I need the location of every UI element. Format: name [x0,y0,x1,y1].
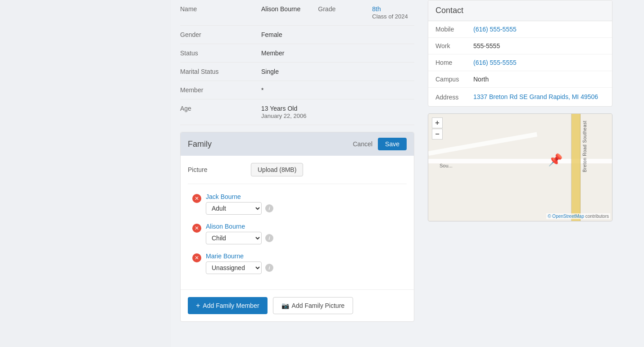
age-value: 13 Years Old January 22, 2006 [261,99,414,125]
contact-table: Mobile (616) 555-5555 Work 555-5555 Home… [428,21,612,106]
family-member-1: ✕ Alison Bourne Adult Child Unassigned i [188,223,407,244]
contact-card-header: Contact [428,0,612,21]
member-row: Member * [180,81,414,99]
member-info-2: Marie Bourne Adult Child Unassigned i [206,252,407,274]
member-role-row-2: Adult Child Unassigned i [206,261,407,274]
age-label: Age [180,99,261,125]
work-value: 555-5555 [473,38,612,54]
map-side-label: Sou... [440,163,453,168]
add-member-label: Add Family Member [203,302,259,309]
picture-label: Picture [188,166,251,173]
home-value: (616) 555-5555 [473,54,612,71]
upload-button[interactable]: Upload (8MB) [251,163,303,176]
contact-title: Contact [435,6,605,15]
family-member-2: ✕ Marie Bourne Adult Child Unassigned i [188,252,407,274]
family-title: Family [188,140,212,149]
picture-row: Picture Upload (8MB) [188,163,407,184]
member-name-1[interactable]: Alison Bourne [206,223,407,230]
add-family-member-button[interactable]: + Add Family Member [188,297,268,314]
mobile-link[interactable]: (616) 555-5555 [473,26,517,33]
member-help-icon-2[interactable]: i [265,264,273,272]
home-label: Home [428,54,473,71]
family-body: Picture Upload (8MB) ✕ Jack Bourne Adult… [181,156,414,289]
mobile-row: Mobile (616) 555-5555 [428,21,612,38]
zoom-out-button[interactable]: − [432,129,443,140]
add-picture-label: Add Family Picture [292,302,345,309]
camera-icon: 📷 [281,302,289,309]
campus-value: North [473,71,612,88]
age-text: 13 Years Old [261,105,414,112]
plus-icon: + [196,302,200,310]
work-label: Work [428,38,473,54]
cancel-button[interactable]: Cancel [353,140,372,148]
age-row: Age 13 Years Old January 22, 2006 [180,99,414,125]
remove-member-2[interactable]: ✕ [192,253,201,262]
mobile-value: (616) 555-5555 [473,21,612,38]
map-pin: 📌 [548,154,562,166]
name-value: Alison Bourne [261,0,318,26]
status-label: Status [180,44,261,63]
work-row: Work 555-5555 [428,38,612,54]
status-row: Status Member [180,44,414,63]
map-controls: + − [432,117,443,140]
grade-number: 8th [372,5,414,13]
right-panel: Contact Mobile (616) 555-5555 Work 555-5… [423,0,621,347]
marital-value: Single [261,63,414,81]
member-info-1: Alison Bourne Adult Child Unassigned i [206,223,407,244]
grade-value: 8th Class of 2024 [372,0,414,26]
address-link[interactable]: 1337 Breton Rd SE Grand Rapids, MI 49506 [473,92,605,102]
member-role-row-0: Adult Child Unassigned i [206,202,407,215]
marital-label: Marital Status [180,63,261,81]
name-grade-row: Name Alison Bourne Grade 8th Class of 20… [180,0,414,26]
campus-row: Campus North [428,71,612,88]
zoom-in-button[interactable]: + [432,117,443,128]
member-name-0[interactable]: Jack Bourne [206,193,407,200]
add-family-picture-button[interactable]: 📷 Add Family Picture [273,297,353,314]
person-info-table: Name Alison Bourne Grade 8th Class of 20… [180,0,414,125]
grade-class-text: Class of 2024 [372,13,408,20]
save-button[interactable]: Save [378,138,407,150]
member-role-row-1: Adult Child Unassigned i [206,232,407,244]
member-value: * [261,81,414,99]
name-label: Name [180,0,261,26]
contact-card: Contact Mobile (616) 555-5555 Work 555-5… [428,0,612,107]
remove-member-0[interactable]: ✕ [192,194,201,203]
member-label: Member [180,81,261,99]
member-info-0: Jack Bourne Adult Child Unassigned i [206,193,407,215]
address-value: 1337 Breton Rd SE Grand Rapids, MI 49506 [473,88,612,107]
family-header-actions: Cancel Save [353,138,407,150]
member-role-select-2[interactable]: Adult Child Unassigned [206,261,262,274]
map-road-label: Breton Road Southeast [582,121,587,172]
grade-label: Grade [318,0,372,26]
member-name-2[interactable]: Marie Bourne [206,252,407,260]
gender-row: Gender Female [180,26,414,44]
map-background: 📌 Breton Road Southeast Sou... + − © Ope… [428,114,612,221]
member-help-icon-1[interactable]: i [265,234,273,242]
member-role-select-0[interactable]: Adult Child Unassigned [206,202,262,215]
member-help-icon-0[interactable]: i [265,204,273,212]
address-label: Address [428,88,473,107]
map-attribution: © OpenStreetMap contributors [546,213,610,219]
address-line1: 1337 Breton Rd SE [473,93,528,100]
mobile-label: Mobile [428,21,473,38]
campus-label: Campus [428,71,473,88]
family-member-0: ✕ Jack Bourne Adult Child Unassigned i [188,193,407,215]
address-line2: Grand Rapids, MI 49506 [530,93,599,100]
age-dob: January 22, 2006 [261,113,306,119]
attribution-suffix: contributors [585,214,609,219]
gender-label: Gender [180,26,261,44]
marital-row: Marital Status Single [180,63,414,81]
address-row: Address 1337 Breton Rd SE Grand Rapids, … [428,88,612,107]
home-link[interactable]: (616) 555-5555 [473,59,517,66]
home-row: Home (616) 555-5555 [428,54,612,71]
left-sidebar [0,0,171,347]
remove-member-1[interactable]: ✕ [192,224,201,233]
family-header: Family Cancel Save [181,132,414,156]
gender-value: Female [261,26,414,44]
family-actions: + Add Family Member 📷 Add Family Picture [181,289,414,321]
member-role-select-1[interactable]: Adult Child Unassigned [206,232,262,244]
status-value: Member [261,44,414,63]
family-card: Family Cancel Save Picture Upload (8MB) … [180,132,414,322]
openstreetmap-link[interactable]: © OpenStreetMap [548,214,584,219]
map-container[interactable]: 📌 Breton Road Southeast Sou... + − © Ope… [428,113,612,221]
